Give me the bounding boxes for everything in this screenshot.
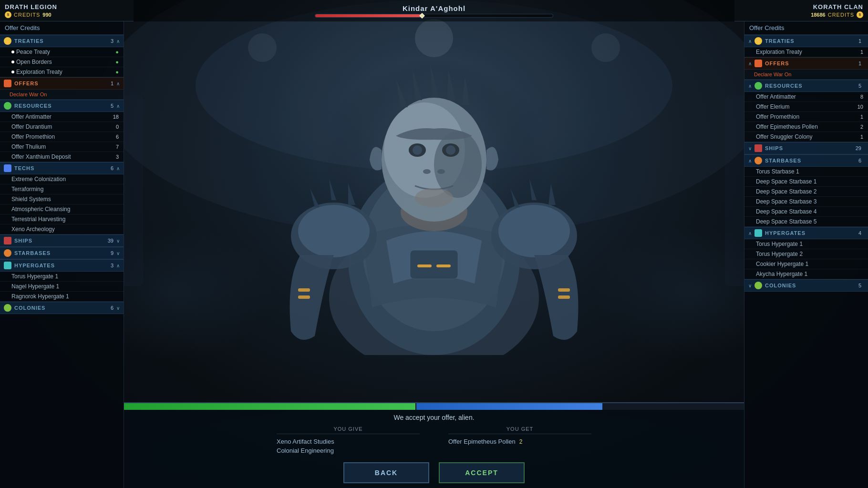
right-offer-antimatter-value: 8 [854, 94, 863, 100]
right-ships-header[interactable]: ∨ Ships 29 [744, 142, 868, 154]
right-offer-credits[interactable]: Offer Credits [744, 21, 868, 35]
right-starbases-icon [754, 157, 762, 164]
right-torus-starbase-1[interactable]: Torus Starbase 1 [744, 167, 868, 177]
right-offer-antimatter-label: Offer Antimatter [756, 93, 854, 100]
right-exploration-treaty[interactable]: Exploration Treaty 1 [744, 47, 868, 57]
top-bar: Drath Legion $ Credits 990 Kindar A'Agho… [0, 0, 868, 21]
right-starbases-count: 6 [858, 158, 861, 163]
svg-point-38 [437, 169, 445, 174]
left-offer-thulium[interactable]: Offer Thulium 7 [0, 142, 124, 152]
right-colonies-header[interactable]: ∨ Colonies 5 [744, 279, 868, 292]
left-offer-promethion[interactable]: Offer Promethion 6 [0, 132, 124, 142]
left-offer-durantium-label: Offer Durantium [11, 123, 109, 130]
you-give-header: You Give [277, 426, 420, 434]
right-cookier-hypergate-1[interactable]: Cookier Hypergate 1 [744, 259, 868, 269]
back-button[interactable]: Back [343, 462, 429, 483]
right-deep-space-starbase-2[interactable]: Deep Space Starbase 2 [744, 187, 868, 197]
left-starbases-icon [4, 249, 11, 257]
right-resources-header[interactable]: ∧ Resources 5 [744, 80, 868, 92]
right-offer-promethion[interactable]: Offer Promethion 1 [744, 112, 868, 122]
right-hypergates-label: Hypergates [765, 230, 858, 236]
left-offer-antimatter[interactable]: Offer Antimatter 18 [0, 112, 124, 122]
right-offer-snuggler-colony[interactable]: Offer Snuggler Colony 1 [744, 132, 868, 142]
left-atmospheric-cleansing[interactable]: Atmospheric Cleansing [0, 204, 124, 214]
right-deep-space-starbase-3[interactable]: Deep Space Starbase 3 [744, 197, 868, 207]
left-resources-header[interactable]: Resources 5 ∧ [0, 100, 124, 112]
right-treaties-toggle: ∧ [748, 39, 752, 44]
left-resources-toggle: ∧ [116, 103, 120, 109]
right-deep-space-starbase-5-label: Deep Space Starbase 5 [756, 218, 863, 225]
left-torus-hypergate-1[interactable]: Torus Hypergate 1 [0, 272, 124, 282]
left-ships-count: 39 [108, 238, 114, 244]
left-techs-header[interactable]: Techs 6 ∧ [0, 162, 124, 174]
right-starbases-toggle: ∧ [748, 158, 752, 163]
right-offer-promethion-label: Offer Promethion [756, 113, 854, 120]
left-colonies-count: 6 [111, 305, 114, 311]
right-offer-epimetheus-pollen[interactable]: Offer Epimetheus Pollen 2 [744, 122, 868, 132]
right-resources-label: Resources [765, 83, 858, 89]
left-declare-war[interactable]: Declare War On [0, 90, 124, 100]
left-peace-treaty[interactable]: Peace Treaty ● [0, 47, 124, 57]
left-starbases-header[interactable]: Starbases 9 ∨ [0, 247, 124, 259]
right-ships-count: 29 [856, 145, 861, 151]
left-techs-label: Techs [14, 165, 111, 171]
svg-point-16 [298, 205, 370, 257]
left-nagel-hypergate-1[interactable]: Nagel Hypergate 1 [0, 282, 124, 292]
left-terraforming[interactable]: Terraforming [0, 184, 124, 194]
right-deep-space-starbase-4[interactable]: Deep Space Starbase 4 [744, 207, 868, 217]
left-offer-durantium[interactable]: Offer Durantium 0 [0, 122, 124, 132]
right-starbases-header[interactable]: ∧ Starbases 6 [744, 154, 868, 167]
get-item-1: Offer Epimetheus Pollen 2 [448, 437, 591, 446]
svg-marker-18 [329, 179, 336, 200]
open-borders-icon: ● [109, 59, 119, 65]
left-open-borders[interactable]: Open Borders ● [0, 57, 124, 67]
diplomat-name: Kindar A'Aghohl [403, 4, 465, 12]
right-torus-hypergate-1[interactable]: Torus Hypergate 1 [744, 239, 868, 249]
you-give-column: You Give Xeno Artifact Studies Colonial … [277, 426, 420, 455]
left-colonies-header[interactable]: Colonies 6 ∨ [0, 302, 124, 314]
left-offer-credits[interactable]: Offer Credits [0, 21, 124, 35]
left-treaties-header[interactable]: Treaties 3 ∧ [0, 35, 124, 47]
svg-point-21 [498, 205, 570, 257]
right-offers-count: 1 [858, 61, 861, 66]
left-hypergates-header[interactable]: Hypergates 3 ∧ [0, 259, 124, 272]
left-exploration-treaty[interactable]: Exploration Treaty ● [0, 67, 124, 77]
left-starbases-count: 9 [111, 250, 114, 256]
right-deep-space-starbase-3-label: Deep Space Starbase 3 [756, 198, 863, 205]
right-credits-value: 18686 [811, 12, 826, 18]
right-deep-space-starbase-1[interactable]: Deep Space Starbase 1 [744, 177, 868, 187]
left-offer-xanthium[interactable]: Offer Xanthium Deposit 3 [0, 152, 124, 162]
right-hypergates-toggle: ∧ [748, 231, 752, 236]
accept-button[interactable]: Accept [439, 462, 525, 483]
svg-rect-14 [436, 264, 451, 267]
right-offer-epimetheus-pollen-value: 2 [854, 124, 863, 130]
left-atmospheric-cleansing-label: Atmospheric Cleansing [11, 206, 119, 213]
left-credits-row: $ Credits 990 [5, 11, 129, 18]
left-ragnorok-hypergate-1[interactable]: Ragnorok Hypergate 1 [0, 292, 124, 302]
peace-treaty-icon: ● [109, 49, 119, 55]
left-colonies-icon [4, 304, 11, 312]
right-offer-antimatter[interactable]: Offer Antimatter 8 [744, 92, 868, 102]
right-torus-hypergate-2[interactable]: Torus Hypergate 2 [744, 249, 868, 259]
left-extreme-colonization[interactable]: Extreme Colonization [0, 174, 124, 184]
right-hypergates-header[interactable]: ∧ Hypergates 4 [744, 227, 868, 239]
svg-marker-40 [413, 69, 422, 100]
alien-character [0, 21, 868, 355]
right-deep-space-starbase-5[interactable]: Deep Space Starbase 5 [744, 217, 868, 227]
left-ships-header[interactable]: Ships 39 ∨ [0, 234, 124, 247]
right-offers-icon [754, 60, 762, 67]
left-xeno-archeology[interactable]: Xeno Archeology [0, 224, 124, 234]
left-offers-header[interactable]: Offers 1 ∧ [0, 77, 124, 90]
right-declare-war[interactable]: Declare War On [744, 70, 868, 80]
svg-rect-28 [558, 295, 570, 299]
left-extreme-colonization-label: Extreme Colonization [11, 176, 119, 183]
right-deep-space-starbase-4-label: Deep Space Starbase 4 [756, 208, 863, 215]
right-offers-header[interactable]: ∧ Offers 1 [744, 57, 868, 70]
right-offer-elerium[interactable]: Offer Elerium 10 [744, 102, 868, 112]
right-colonies-label: Colonies [765, 283, 858, 288]
svg-marker-43 [462, 76, 470, 105]
right-treaties-header[interactable]: ∧ Treaties 1 [744, 35, 868, 47]
left-terrestrial-harvesting[interactable]: Terrestrial Harvesting [0, 214, 124, 224]
left-shield-systems[interactable]: Shield Systems [0, 194, 124, 204]
right-akycha-hypergate-1[interactable]: Akycha Hypergate 1 [744, 269, 868, 279]
